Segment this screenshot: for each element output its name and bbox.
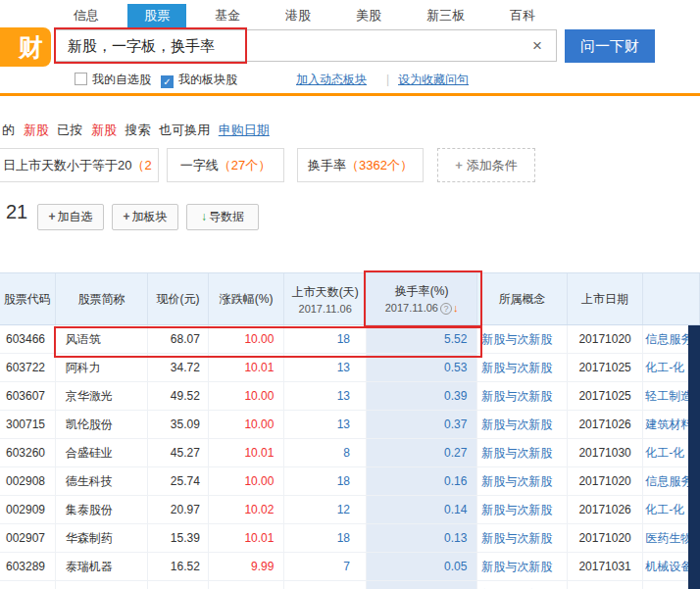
add-board-label: 加板块: [132, 210, 168, 223]
export-data-button[interactable]: ↓导数据: [186, 204, 259, 230]
cell-days-listed: 18: [284, 325, 367, 353]
header-list-date[interactable]: 上市日期: [568, 273, 644, 324]
table-row[interactable]: 300715 凯伦股份 35.09 10.00 13 0.37 新股与次新股 2…: [0, 411, 700, 439]
filter-turnover-rate[interactable]: 换手率（3362个）: [297, 148, 424, 182]
cell-list-date: 20171026: [568, 496, 644, 523]
table-row[interactable]: 603607 京华激光 49.52 10.00 13 0.39 新股与次新股 2…: [0, 382, 700, 411]
cell-stock-name[interactable]: 泰瑞机器: [56, 553, 148, 580]
header-turnover[interactable]: 换手率(%) 2017.11.06?↓: [367, 273, 477, 324]
summary-prefix: 的: [2, 123, 15, 137]
search-query-text: 新股，一字板，换手率: [68, 30, 215, 61]
cell-concept[interactable]: 新股与次新股: [477, 325, 567, 353]
cell-change-percent: 10.00: [209, 382, 285, 410]
cell-concept[interactable]: 新股与次新股: [477, 354, 567, 381]
cell-stock-name[interactable]: 风语筑: [56, 325, 148, 353]
filter-count: （2: [131, 158, 151, 172]
cell-stock-code: 603507: [0, 581, 56, 589]
cell-stock-name[interactable]: 阿科力: [56, 354, 148, 381]
summary-mid1: 已按: [57, 123, 82, 137]
help-icon[interactable]: ?: [440, 303, 452, 315]
cell-price: [148, 581, 209, 589]
set-favorite-query-link[interactable]: 设为收藏问句: [398, 73, 469, 86]
add-watchlist-button[interactable]: +加自选: [37, 204, 104, 230]
cell-list-date: 20171026: [568, 411, 644, 438]
query-summary: 的 新股 已按 新股 搜索 也可换用 申购日期: [2, 122, 275, 139]
cell-stock-name[interactable]: 集泰股份: [56, 496, 148, 523]
header-stock-code[interactable]: 股票代码: [0, 273, 56, 324]
cell-days-listed: 18: [284, 467, 367, 495]
cell-turnover-rate: 0.14: [367, 496, 477, 523]
nav-tab[interactable]: 基金: [198, 4, 257, 27]
cell-price: 25.74: [148, 467, 209, 495]
table-row[interactable]: 002908 德生科技 25.74 10.00 18 0.16 新股与次新股 2…: [0, 467, 700, 496]
nav-tab[interactable]: 股票: [127, 4, 186, 27]
cell-concept[interactable]: 新股与次新股: [477, 467, 567, 495]
my-boards-checkbox[interactable]: ✓: [161, 75, 174, 88]
table-row[interactable]: 002909 集泰股份 20.97 10.02 12 0.14 新股与次新股 2…: [0, 496, 700, 524]
ask-wencai-button[interactable]: 问一下财: [565, 29, 655, 63]
table-row[interactable]: 603260 合盛硅业 45.27 10.01 8 0.27 新股与次新股 20…: [0, 439, 700, 467]
cell-stock-code: 603260: [0, 439, 56, 466]
cell-concept[interactable]: 新股与次新股: [477, 553, 567, 580]
cell-change-percent: 10.00: [209, 325, 285, 353]
cell-concept[interactable]: 新股与次新股: [477, 411, 567, 438]
header-concept[interactable]: 所属概念: [477, 273, 567, 324]
header-days-line1: 上市天数(天): [292, 284, 359, 301]
cell-change-percent: 10.01: [209, 439, 285, 466]
my-boards-label: 我的板块股: [178, 73, 237, 86]
cell-stock-name[interactable]: 凯伦股份: [56, 411, 148, 438]
cell-stock-code: 002908: [0, 467, 56, 495]
header-stock-name[interactable]: 股票简称: [56, 273, 148, 324]
cell-concept[interactable]: 新股与次新股: [477, 382, 567, 410]
cell-turnover-rate: 0.16: [367, 467, 477, 495]
cell-concept[interactable]: 新股与次新股: [477, 581, 567, 589]
cell-change-percent: 10.00: [209, 467, 285, 495]
cell-stock-name[interactable]: 合盛硅业: [56, 439, 148, 466]
cell-concept[interactable]: 新股与次新股: [477, 496, 567, 523]
cell-change-percent: 9.99: [209, 553, 285, 580]
nav-tab[interactable]: 信息: [57, 4, 116, 27]
purchase-date-link[interactable]: 申购日期: [219, 123, 270, 137]
nav-tab[interactable]: 美股: [339, 4, 398, 27]
cell-concept[interactable]: 新股与次新股: [477, 439, 567, 466]
filter-one-word-board[interactable]: 一字线（27个）: [167, 148, 284, 182]
cell-stock-name[interactable]: 京华激光: [56, 382, 148, 410]
add-condition-label: 添加条件: [467, 158, 518, 172]
table-row[interactable]: 603722 阿科力 34.72 10.01 13 0.53 新股与次新股 20…: [0, 354, 700, 382]
cell-days-listed: 13: [284, 354, 367, 381]
add-dynamic-board-link[interactable]: 加入动态板块: [296, 73, 367, 86]
cell-stock-name[interactable]: 华森制药: [56, 524, 148, 552]
table-header: 股票代码 股票简称 现价(元) 涨跌幅(%) 上市天数(天) 2017.11.0…: [0, 272, 700, 325]
export-label: 导数据: [209, 210, 244, 223]
nav-tab[interactable]: 港股: [269, 4, 327, 27]
my-watchlist-checkbox[interactable]: [75, 73, 87, 85]
top-nav: 信息 股票 基金 港股 美股 新三板 百科: [0, 4, 700, 27]
header-change[interactable]: 涨跌幅(%): [209, 273, 285, 324]
header-price[interactable]: 现价(元): [148, 273, 209, 324]
cell-stock-name[interactable]: 振江股份: [56, 581, 148, 589]
summary-keyword-new-stock: 新股: [24, 123, 49, 137]
add-board-button[interactable]: +加板块: [112, 204, 178, 230]
header-days-date: 2017.11.06: [299, 303, 352, 315]
vertical-scrollbar[interactable]: [688, 325, 700, 589]
sort-descending-icon[interactable]: ↓: [453, 302, 459, 314]
nav-tab[interactable]: 百科: [493, 4, 552, 27]
table-row[interactable]: 603507 振江股份 新股与次新股 20171101: [0, 581, 700, 589]
summary-mid3: 也可换用: [159, 123, 210, 137]
cell-concept[interactable]: 新股与次新股: [477, 524, 567, 552]
cell-stock-name[interactable]: 德生科技: [56, 467, 148, 495]
table-row[interactable]: 603289 泰瑞机器 16.52 9.99 7 0.05 新股与次新股 201…: [0, 553, 700, 581]
search-input[interactable]: 新股，一字板，换手率 ×: [55, 29, 557, 62]
add-condition-button[interactable]: +添加条件: [437, 148, 535, 182]
header-days-listed[interactable]: 上市天数(天) 2017.11.06: [284, 273, 367, 324]
orange-divider: [0, 93, 700, 96]
cell-days-listed: 8: [284, 439, 367, 466]
filter-label: 日上市天数小于等于20: [3, 158, 131, 172]
table-row[interactable]: 002907 华森制药 15.39 10.01 18 0.13 新股与次新股 2…: [0, 524, 700, 553]
filter-days-listed[interactable]: 日上市天数小于等于20（2: [0, 148, 159, 182]
cell-days-listed: 7: [284, 553, 367, 580]
nav-tab[interactable]: 新三板: [410, 4, 481, 27]
clear-search-icon[interactable]: ×: [532, 30, 542, 61]
cell-stock-code: 603722: [0, 354, 56, 381]
table-row[interactable]: 603466 风语筑 68.07 10.00 18 5.52 新股与次新股 20…: [0, 325, 700, 354]
